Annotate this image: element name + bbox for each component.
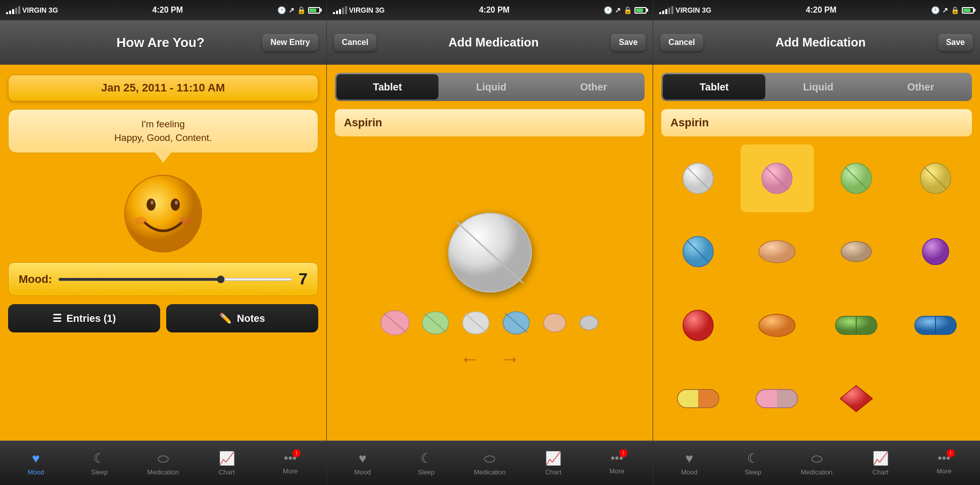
pill-red-diamond[interactable]	[820, 365, 893, 433]
battery-fill-3	[963, 9, 970, 12]
notification-badge-1: !	[292, 449, 301, 457]
moon-icon-3: ☾	[747, 451, 759, 466]
arrow-left-2[interactable]: ←	[460, 348, 480, 370]
medication-name-input-2[interactable]	[335, 109, 645, 136]
chart-icon-3: 📈	[872, 451, 889, 466]
tab-sleep-3[interactable]: ☾ Sleep	[736, 451, 771, 476]
svg-marker-40	[840, 385, 872, 412]
pill-icon-3: ⬭	[811, 451, 822, 466]
tab-mood-label-1: Mood	[28, 468, 44, 476]
tab-sleep-label-2: Sleep	[418, 468, 434, 476]
tab-mood-1[interactable]: ♥ Mood	[18, 451, 54, 476]
carrier-signal-1: VIRGIN 3G	[6, 6, 58, 14]
heart-icon-3: ♥	[685, 451, 693, 466]
seg-other-3[interactable]: Other	[869, 73, 972, 101]
svg-point-4	[175, 201, 178, 205]
location-icon-3: ↗	[942, 6, 948, 14]
more-badge-1: ••• !	[284, 451, 297, 465]
svg-point-33	[759, 314, 795, 336]
tab-mood-3[interactable]: ♥ Mood	[671, 451, 707, 476]
pill-white-round[interactable]	[661, 144, 734, 212]
seg-tablet-2[interactable]: Tablet	[336, 74, 439, 100]
pill-icon-2: ⬭	[484, 451, 495, 466]
tab-medication-1[interactable]: ⬭ Medication	[145, 451, 181, 476]
clock-icon-1: 🕐	[277, 6, 286, 14]
seg-other-label-2: Other	[580, 81, 607, 93]
tab-chart-2[interactable]: 📈 Chart	[535, 451, 571, 476]
tab-medication-label-2: Medication	[474, 468, 506, 476]
notes-button[interactable]: ✏️ Notes	[166, 304, 318, 332]
entries-label: Entries (1)	[67, 313, 116, 324]
mood-slider[interactable]	[58, 278, 292, 281]
pill-blue-round[interactable]	[661, 218, 734, 286]
seg-other-2[interactable]: Other	[543, 73, 645, 101]
bar3-3	[665, 9, 667, 14]
tab-medication-2[interactable]: ⬭ Medication	[472, 451, 507, 476]
med-nav-3: Cancel Add Medication Save	[653, 20, 980, 65]
small-pill-white[interactable]	[460, 308, 492, 337]
tab-more-2[interactable]: ••• ! More	[599, 451, 634, 475]
tab-more-3[interactable]: ••• ! More	[926, 451, 962, 475]
small-pill-green[interactable]	[419, 308, 452, 337]
pill-pink-round-selected[interactable]	[741, 144, 814, 212]
bar1	[6, 12, 8, 14]
arrow-right-2[interactable]: →	[500, 348, 520, 370]
svg-point-18	[580, 316, 598, 330]
medication-name-input-3[interactable]	[661, 109, 972, 136]
seg-liquid-2[interactable]: Liquid	[440, 73, 543, 101]
tab-chart-1[interactable]: 📈 Chart	[209, 451, 244, 476]
tab-medication-3[interactable]: ⬭ Medication	[799, 451, 835, 476]
tab-sleep-2[interactable]: ☾ Sleep	[409, 451, 444, 476]
new-entry-button[interactable]: New Entry	[262, 34, 318, 51]
seg-liquid-3[interactable]: Liquid	[767, 73, 869, 101]
heart-icon-2: ♥	[359, 451, 366, 466]
svg-point-6	[179, 217, 191, 225]
tab-sleep-label-1: Sleep	[91, 468, 108, 476]
signal-bars-3	[659, 6, 673, 14]
pill-display-2: ← →	[327, 136, 653, 441]
entries-button[interactable]: ☰ Entries (1)	[8, 304, 160, 332]
small-pill-peach[interactable]	[541, 310, 569, 335]
pill-tan-oval[interactable]	[820, 218, 893, 286]
tab-mood-2[interactable]: ♥ Mood	[345, 451, 380, 476]
pill-peach-oval[interactable]	[741, 218, 814, 286]
save-button-2[interactable]: Save	[611, 34, 646, 51]
bottom-buttons: ☰ Entries (1) ✏️ Notes	[8, 304, 318, 332]
smiley-svg	[123, 173, 204, 254]
status-icons-2: 🕐 ↗ 🔒	[604, 6, 647, 14]
panel-add-medication-2: VIRGIN 3G 4:20 PM 🕐 ↗ 🔒 Cancel Add Medic…	[653, 0, 980, 485]
arrows-row-2: ← →	[460, 348, 520, 370]
battery-fill-1	[310, 9, 317, 12]
pill-orange-oval[interactable]	[741, 292, 814, 359]
pill-red-round[interactable]	[661, 292, 734, 359]
pill-yellow-capsule[interactable]	[661, 365, 734, 433]
pill-blue-capsule[interactable]	[899, 292, 972, 359]
notes-icon: ✏️	[219, 312, 232, 324]
chart-icon-2: 📈	[545, 451, 561, 466]
bar3-2	[339, 9, 341, 14]
seg-control-2: Tablet Liquid Other	[335, 73, 645, 101]
pill-green-round[interactable]	[820, 144, 893, 212]
tab-more-1[interactable]: ••• ! More	[273, 451, 308, 475]
tab-sleep-1[interactable]: ☾ Sleep	[82, 451, 117, 476]
save-button-3[interactable]: Save	[938, 34, 973, 51]
status-bar-2: VIRGIN 3G 4:20 PM 🕐 ↗ 🔒	[327, 0, 653, 20]
status-icons-3: 🕐 ↗ 🔒	[931, 6, 974, 14]
small-pill-blue[interactable]	[500, 308, 532, 337]
cancel-button-3[interactable]: Cancel	[660, 34, 703, 51]
seg-tablet-3[interactable]: Tablet	[663, 74, 765, 100]
pill-pink-capsule[interactable]	[741, 365, 814, 433]
tab-chart-3[interactable]: 📈 Chart	[863, 451, 898, 476]
seg-other-label-3: Other	[907, 81, 934, 93]
small-pill-gray[interactable]	[577, 312, 601, 333]
pill-purple-round[interactable]	[899, 218, 972, 286]
pill-green-capsule[interactable]	[820, 292, 893, 359]
small-pill-pink[interactable]	[379, 308, 411, 337]
cancel-button-2[interactable]: Cancel	[334, 34, 376, 51]
tab-chart-label-1: Chart	[219, 468, 235, 476]
tab-mood-label-2: Mood	[354, 468, 371, 476]
pill-yellow-round[interactable]	[899, 144, 972, 212]
big-tablet-svg	[445, 210, 535, 296]
tab-mood-label-3: Mood	[681, 468, 698, 476]
tab-medication-label-3: Medication	[801, 468, 832, 476]
